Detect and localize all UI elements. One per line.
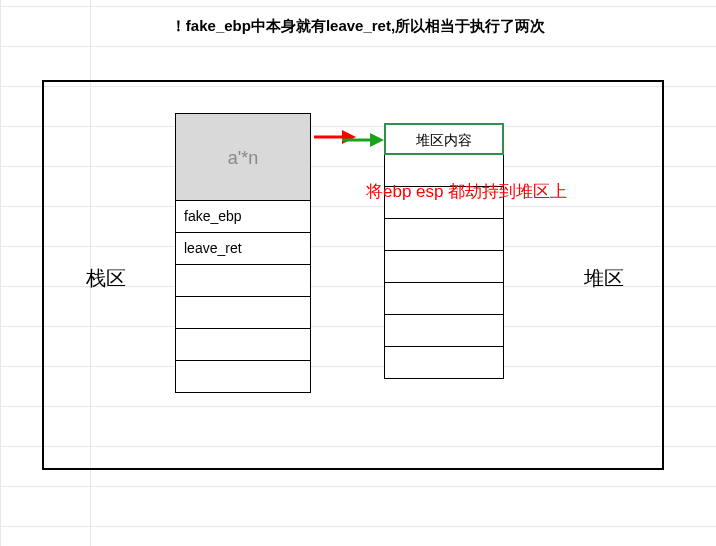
heap-row (384, 251, 504, 283)
stack-row (175, 329, 311, 361)
heap-row (384, 219, 504, 251)
stack-row: fake_ebp (175, 201, 311, 233)
stack-row (175, 265, 311, 297)
transition-arrows (312, 125, 384, 153)
heap-row (384, 347, 504, 379)
svg-marker-1 (342, 130, 356, 144)
hijack-annotation: 将ebp esp 都劫持到堆区上 (366, 180, 567, 203)
stack-padding-cell: a'*n (175, 113, 311, 201)
stack-row: leave_ret (175, 233, 311, 265)
svg-marker-3 (370, 133, 384, 147)
stack-row (175, 361, 311, 393)
diagram-title: ！fake_ebp中本身就有leave_ret,所以相当于执行了两次 (0, 17, 716, 36)
heap-row (384, 315, 504, 347)
heap-table: 堆区内容 (384, 123, 504, 379)
arrow-right-red-icon (314, 130, 356, 144)
heap-row-selected: 堆区内容 (384, 123, 504, 155)
heap-row (384, 283, 504, 315)
stack-row (175, 297, 311, 329)
stack-table: a'*n fake_ebp leave_ret (175, 113, 311, 393)
